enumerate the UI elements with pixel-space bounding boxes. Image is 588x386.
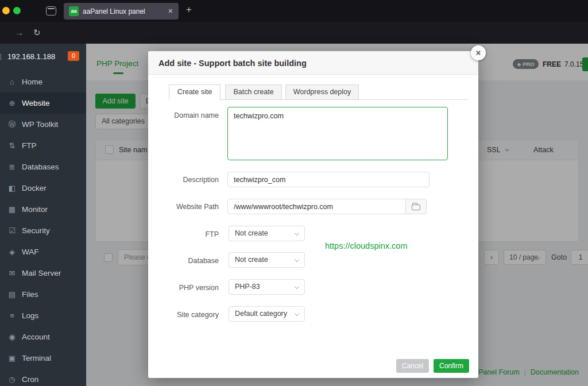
sidebar-item-monitor[interactable]: ▦Monitor: [0, 199, 86, 220]
screen: aa aaPanel Linux panel × + → ↻ ⇄ https:/…: [0, 0, 588, 386]
new-tab-button[interactable]: +: [186, 4, 192, 16]
description-label: Description: [156, 176, 219, 184]
sidebar-item-ftp[interactable]: ⇅FTP: [0, 135, 86, 156]
firefox-view-icon[interactable]: [46, 6, 56, 16]
sidebar-item-label: Docker: [22, 177, 47, 199]
sidebar-item-databases[interactable]: ≣Databases: [0, 156, 86, 177]
confirm-button[interactable]: Confirm: [434, 359, 469, 373]
sidebar: ▯ 192.168.1.188 0 ⌂Home ⊕Website ⓌWP Too…: [0, 44, 86, 386]
terminal-icon: ▣: [7, 348, 17, 369]
sidebar-item-security[interactable]: ☑Security: [0, 220, 86, 241]
modal-close-button[interactable]: ×: [471, 45, 486, 60]
sidebar-item-label: Logs: [22, 305, 38, 326]
database-label: Database: [156, 257, 219, 265]
home-icon: ⌂: [7, 71, 17, 92]
modal-title: Add site - Support batch site building: [158, 59, 307, 68]
sidebar-item-docker[interactable]: ◧Docker: [0, 177, 86, 199]
folder-icon: [412, 204, 420, 210]
sidebar-item-label: Security: [22, 220, 50, 241]
sidebar-item-files[interactable]: ▤Files: [0, 284, 86, 305]
sidebar-item-waf[interactable]: ◈WAF: [0, 241, 86, 263]
server-ip: 192.168.1.188: [7, 52, 55, 61]
server-icon: ▯: [0, 52, 2, 60]
website-path-label: Website Path: [156, 203, 219, 211]
minimize-traffic-light[interactable]: [2, 7, 10, 14]
site-category-value: Default category: [235, 310, 287, 318]
sidebar-item-label: Cron: [22, 369, 38, 386]
tab-batch-create[interactable]: Batch create: [225, 84, 282, 100]
fullscreen-traffic-light[interactable]: [13, 7, 21, 14]
mail-envelope-icon: ✉: [7, 263, 17, 284]
folder-icon: ▤: [7, 284, 17, 305]
tab-create-site[interactable]: Create site: [169, 84, 220, 101]
sidebar-item-label: Monitor: [22, 199, 48, 220]
aapanel-favicon: aa: [69, 6, 79, 16]
database-select[interactable]: Not create: [229, 252, 305, 268]
sidebar-item-label: WP Toolkit: [22, 114, 58, 135]
security-shield-icon: ☑: [7, 220, 17, 241]
domain-name-textarea[interactable]: techwizpro.com: [227, 107, 448, 160]
sidebar-item-account[interactable]: ◉Account: [0, 326, 86, 348]
sidebar-menu: ⌂Home ⊕Website ⓌWP Toolkit ⇅FTP ≣Databas…: [0, 71, 86, 386]
php-version-label: PHP version: [156, 284, 219, 292]
reload-icon[interactable]: ↻: [33, 28, 41, 38]
docker-icon: ◧: [7, 177, 17, 199]
sidebar-item-terminal[interactable]: ▣Terminal: [0, 348, 86, 369]
tab-title: aaPanel Linux panel: [83, 7, 145, 16]
ftp-label: FTP: [156, 230, 219, 238]
sidebar-item-label: Files: [22, 284, 38, 305]
php-version-value: PHP-83: [235, 283, 260, 291]
forward-icon[interactable]: →: [15, 28, 24, 37]
database-value: Not create: [235, 256, 268, 264]
sidebar-item-label: FTP: [22, 135, 37, 156]
ftp-select[interactable]: Not create: [229, 226, 305, 241]
clock-icon: ◷: [7, 369, 17, 386]
browse-path-button[interactable]: [405, 199, 427, 214]
sidebar-item-website[interactable]: ⊕Website: [0, 92, 86, 114]
monitor-icon: ▦: [7, 199, 17, 220]
cloudspinx-watermark: https://cloudspinx.com: [325, 241, 407, 250]
sidebar-item-cron[interactable]: ◷Cron: [0, 369, 86, 386]
browser-tab[interactable]: aa aaPanel Linux panel ×: [64, 3, 179, 20]
site-category-label: Site category: [156, 311, 219, 319]
sidebar-item-label: Home: [22, 71, 42, 92]
add-site-modal: Add site - Support batch site building C…: [148, 51, 478, 378]
globe-icon: ⊕: [7, 92, 17, 114]
browser-tab-bar: aa aaPanel Linux panel × +: [0, 0, 588, 22]
chevron-down-icon: [295, 257, 299, 262]
browser-toolbar: → ↻ ⇄ https://192.168.1.188:12924/site/p…: [0, 22, 588, 44]
sidebar-item-label: Account: [22, 326, 50, 348]
sidebar-item-label: Terminal: [22, 348, 51, 369]
chevron-down-icon: [295, 311, 299, 316]
modal-header: Add site - Support batch site building: [148, 51, 478, 75]
description-input[interactable]: [227, 172, 430, 187]
sidebar-item-label: Mail Server: [22, 263, 61, 284]
sidebar-item-label: Website: [22, 92, 50, 114]
site-category-select[interactable]: Default category: [229, 306, 305, 322]
cancel-button[interactable]: Cancel: [396, 359, 429, 373]
sidebar-item-wp-toolkit[interactable]: ⓌWP Toolkit: [0, 114, 86, 135]
sidebar-item-home[interactable]: ⌂Home: [0, 71, 86, 92]
ftp-icon: ⇅: [7, 135, 17, 156]
chevron-down-icon: [295, 231, 299, 236]
wordpress-icon: Ⓦ: [7, 114, 17, 135]
sidebar-item-label: WAF: [22, 241, 39, 263]
database-icon: ≣: [7, 156, 17, 177]
domain-name-label: Domain name: [156, 111, 219, 119]
waf-shield-icon: ◈: [7, 241, 17, 263]
tab-close-icon[interactable]: ×: [168, 6, 173, 16]
logs-icon: ≡: [7, 305, 17, 326]
sidebar-item-mail-server[interactable]: ✉Mail Server: [0, 263, 86, 284]
user-icon: ◉: [7, 326, 17, 348]
server-row[interactable]: ▯ 192.168.1.188 0: [0, 51, 86, 63]
sidebar-item-label: Databases: [22, 156, 59, 177]
chevron-down-icon: [295, 284, 299, 289]
php-version-select[interactable]: PHP-83: [229, 279, 305, 295]
notification-badge[interactable]: 0: [68, 51, 79, 61]
website-path-input[interactable]: [227, 199, 406, 214]
tab-wordpress-deploy[interactable]: Wordpress deploy: [285, 84, 359, 100]
ftp-value: Not create: [235, 229, 268, 237]
sidebar-item-logs[interactable]: ≡Logs: [0, 305, 86, 326]
